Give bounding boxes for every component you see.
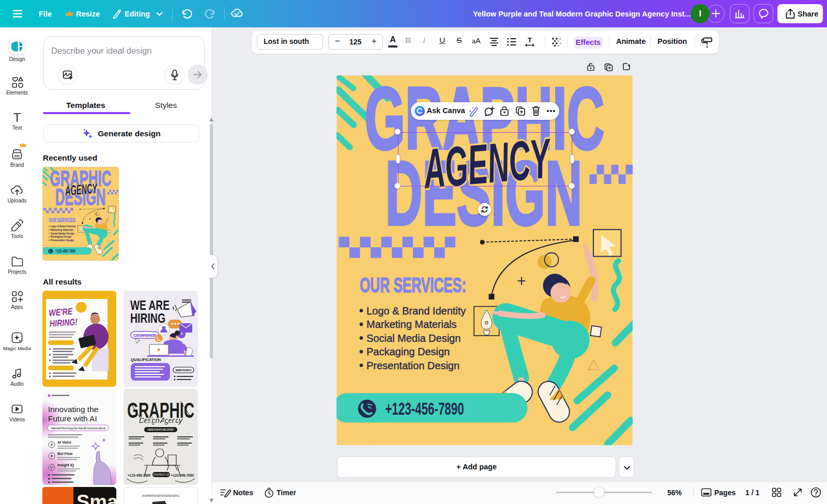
svg-text:WE'RE: WE'RE (49, 306, 73, 318)
svg-text:SEND YOUR CV: SEND YOUR CV (175, 369, 192, 372)
svg-text:Bot Flow: Bot Flow (57, 452, 73, 455)
svg-text:+123-456-7890: +123-456-7890 (171, 474, 194, 477)
svg-text:T: T (528, 37, 532, 44)
svg-text:QUALIFICATION: QUALIFICATION (131, 357, 161, 362)
svg-text:( INSPIRATIONS FOR DESIGNERS ): ( INSPIRATIONS FOR DESIGNERS ) (142, 494, 179, 497)
svg-text:HIRING!: HIRING! (49, 317, 78, 329)
svg-text:HERE'S WHAT WE OFFER:: HERE'S WHAT WE OFFER: (147, 429, 174, 431)
svg-text:+123-456-7890: +123-456-7890 (128, 474, 151, 477)
svg-text:CONTACT US: CONTACT US (153, 474, 169, 476)
svg-text:WE ARE: WE ARE (130, 298, 170, 312)
svg-text:Future with AI: Future with AI (48, 414, 97, 423)
svg-text:HIRING: HIRING (130, 311, 165, 325)
svg-text:Small: Small (76, 491, 116, 504)
svg-text:CUSTOMER SERVICES: CUSTOMER SERVICES (133, 334, 157, 337)
svg-text:Innovating the: Innovating the (48, 405, 98, 414)
svg-text:AI Voice: AI Voice (57, 440, 71, 444)
svg-text:Insight IQ: Insight IQ (57, 463, 74, 467)
svg-text:co: co (14, 153, 20, 159)
svg-text:Design Agency: Design Agency (139, 416, 183, 424)
svg-text:National AI Technology Seminar: National AI Technology Seminar with Lice… (51, 427, 105, 430)
svg-text:T: T (13, 112, 21, 124)
